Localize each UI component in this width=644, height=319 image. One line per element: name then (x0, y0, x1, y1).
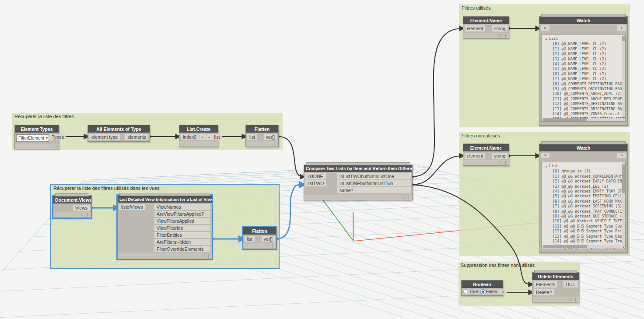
grip-icon[interactable]: ❘ (504, 33, 507, 38)
tree-expand-icon[interactable]: ◢ (545, 37, 547, 41)
port-output-var[interactable]: var[] (262, 236, 275, 242)
scrollbar-thumb[interactable] (543, 118, 587, 121)
port-output-arrow[interactable]: > (617, 25, 626, 31)
port-input-element[interactable]: element (465, 25, 485, 32)
port-output-elements[interactable]: elements (125, 134, 148, 140)
port-output-filteroverrideelements[interactable]: FilterOverrideElements (154, 246, 210, 252)
preview-toggle-icon[interactable]: □ (499, 161, 501, 165)
group-title[interactable]: Récupérer la liste des filtres (14, 114, 74, 119)
preview-toggle-icon[interactable]: □ (499, 33, 501, 38)
port-input-element-type[interactable]: element type (89, 134, 120, 140)
port-output-filterentities[interactable]: FilterEntities (154, 232, 210, 238)
port-output-same[interactable]: same? (337, 187, 411, 193)
port-output-out[interactable]: OUT (564, 281, 578, 287)
radio-true-label[interactable]: True (469, 289, 478, 294)
node-flatten-2[interactable]: Flatten list var[] □❘ (243, 227, 276, 249)
node-title[interactable]: List.Create (179, 125, 218, 133)
preview-toggle-icon[interactable]: □ (202, 254, 204, 258)
port-output-arefiltershidden[interactable]: AreFiltersHidden (154, 239, 210, 245)
scrollbar-thumb[interactable] (543, 245, 587, 248)
node-title[interactable]: Element.Name (463, 17, 509, 24)
port-input-index0[interactable]: index0 (181, 134, 199, 140)
node-element-name-1[interactable]: Element.Name element string □❘ (463, 16, 509, 39)
preview-toggle-icon[interactable]: □ (55, 144, 57, 148)
port-output-arrow[interactable]: > (500, 290, 507, 294)
scrollbar-thumb[interactable] (622, 36, 625, 41)
group-title[interactable]: Suppression des filtres non utilisés (461, 263, 535, 268)
node-title[interactable]: Delete Elements (532, 273, 579, 280)
port-input-listone[interactable]: listONE (305, 173, 326, 179)
port-output-string[interactable]: string (492, 153, 508, 159)
group-title[interactable]: Filtres non utilisés (462, 133, 500, 138)
node-title[interactable]: Element.Name (463, 144, 509, 151)
tree-expand-icon[interactable]: ◢ (545, 165, 547, 168)
node-title[interactable]: Flatten (246, 125, 278, 133)
port-output-inlisttwo-not-listone[interactable]: inListTWObutNotInListOne (337, 173, 411, 179)
node-list-detailed-view-information[interactable]: List Detailed View Information for a Lis… (117, 195, 212, 259)
port-output-viewfilterids[interactable]: ViewFilterIds (154, 225, 210, 231)
group-title[interactable]: Récupérer la liste des filtres utilisés … (53, 186, 160, 191)
radio-true[interactable] (463, 289, 468, 294)
watch-list[interactable]: ◢List [0] groupe se (1) [1] @Q_@G Workse… (541, 162, 626, 249)
grip-icon[interactable]: ❘ (271, 244, 274, 248)
port-output-list[interactable]: list (212, 134, 222, 140)
node-flatten-1[interactable]: Flatten list var[] □❘ (245, 125, 279, 147)
node-title[interactable]: Document.Views (53, 196, 91, 203)
node-all-elements-of-type[interactable]: All Elements of Type element type elemen… (88, 125, 150, 142)
port-output-arrow[interactable]: > (617, 153, 626, 158)
port-output-var[interactable]: var[] (264, 134, 277, 140)
node-title[interactable]: Watch (539, 17, 627, 24)
scrollbar-thumb[interactable] (622, 165, 625, 193)
horizontal-scrollbar[interactable] (542, 118, 622, 121)
grip-icon[interactable]: ❘ (574, 297, 577, 301)
dynamo-workspace[interactable]: Récupérer la liste des filtres Récupérer… (0, 0, 644, 319)
node-delete-elements[interactable]: Delete Elements Elements OUT Delete? □❘ (532, 272, 579, 302)
horizontal-scrollbar[interactable] (542, 245, 622, 248)
port-output-string[interactable]: string (492, 25, 508, 32)
preview-toggle-icon[interactable]: □ (214, 142, 216, 146)
node-boolean[interactable]: Boolean True False > (461, 280, 503, 296)
node-watch-filtres-utilises[interactable]: Watch > > ◢List [0] @G_NAME_LEVEL CL (2)… (539, 16, 628, 126)
port-input-arrow[interactable]: > (541, 153, 550, 158)
node-title[interactable]: Boolean (462, 280, 503, 288)
port-input-list[interactable]: list (245, 236, 255, 242)
preview-toggle-icon[interactable]: □ (81, 213, 84, 217)
port-input-list[interactable]: list (247, 134, 257, 140)
port-input-element[interactable]: element (465, 153, 485, 159)
remove-input-button[interactable]: - (206, 134, 212, 140)
node-compare-two-lists[interactable]: Compare Two Lists by Item and Return Ite… (304, 165, 413, 200)
vertical-scrollbar[interactable] (622, 163, 625, 245)
group-title[interactable]: Filtres utilisés (462, 5, 491, 11)
preview-toggle-icon[interactable]: □ (266, 244, 269, 248)
node-watch-filtres-non-utilises[interactable]: Watch > > ◢List [0] groupe se (1) [1] @Q… (539, 144, 628, 253)
node-title[interactable]: All Elements of Type (88, 125, 150, 133)
port-output-viewnames[interactable]: ViewNames (154, 204, 210, 210)
node-element-types[interactable]: Element Types FilterElement ▾ Types □ (14, 125, 59, 149)
node-list-create[interactable]: List.Create index0 + - list □ (179, 125, 218, 147)
watch-list[interactable]: ◢List [0] @G_NAME_LEVEL CL (2) [1] @G_NA… (541, 35, 626, 122)
port-input-elements[interactable]: Elements (534, 281, 557, 287)
node-document-views[interactable]: Document.Views Views □❘ (53, 196, 91, 218)
port-input-listtwo[interactable]: listTWO (305, 180, 326, 186)
port-output-inlistone-not-listtwo[interactable]: inListONEbutNotInListTwo (337, 180, 411, 186)
port-output-types[interactable]: Types (49, 134, 66, 140)
port-input-arrow[interactable]: > (541, 25, 550, 31)
node-title[interactable]: Flatten (243, 227, 276, 235)
grip-icon[interactable]: ❘ (273, 142, 276, 146)
filter-type-dropdown[interactable]: FilterElement ▾ (16, 134, 49, 142)
node-title[interactable]: Compare Two Lists by Item and Return Ite… (304, 165, 412, 172)
add-input-button[interactable]: + (200, 134, 206, 140)
port-input-delete[interactable]: Delete? (534, 289, 554, 295)
node-element-name-2[interactable]: Element.Name element string □❘ (463, 144, 509, 166)
port-input-listofviews[interactable]: listofViews (119, 204, 145, 210)
port-output-viewfiltersapplied[interactable]: ViewFiltersApplied (154, 218, 210, 224)
grip-icon[interactable]: ❘ (407, 195, 410, 200)
radio-false[interactable] (480, 289, 485, 294)
preview-toggle-icon[interactable]: □ (569, 297, 571, 301)
grip-icon[interactable]: ❘ (504, 161, 507, 165)
node-title[interactable]: Watch (539, 144, 627, 151)
preview-toggle-icon[interactable]: □ (402, 195, 405, 200)
node-title[interactable]: List Detailed View Information for a Lis… (118, 196, 212, 203)
grip-icon[interactable]: ❘ (86, 213, 89, 217)
port-output-views[interactable]: Views (73, 205, 90, 211)
